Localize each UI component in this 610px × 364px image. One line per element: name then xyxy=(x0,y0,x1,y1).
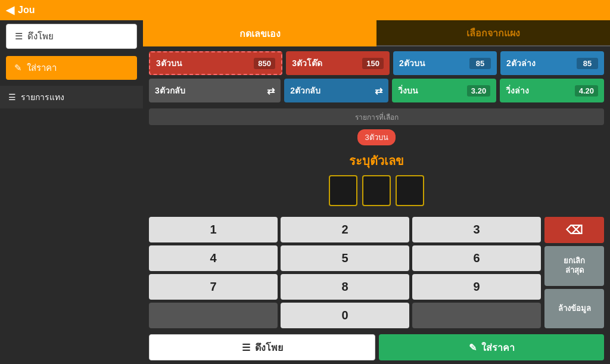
digit-box-1 xyxy=(329,175,357,206)
bet-3top[interactable]: 3ตัวบน 850 xyxy=(149,51,282,75)
num-2[interactable]: 2 xyxy=(281,217,409,242)
clear-btn[interactable]: ล้างข้อมูล xyxy=(544,289,604,328)
list-icon-section: ☰ xyxy=(8,92,16,102)
undo-label: ยกเลิกล่าสุด xyxy=(564,256,585,276)
num-8[interactable]: 8 xyxy=(281,274,409,300)
bet-2top[interactable]: 2ตัวบน 85 xyxy=(393,51,497,75)
numpad-actions: ⌫ ยกเลิกล่าสุด ล้างข้อมูล xyxy=(544,217,604,328)
bet-grid: 3ตัวบน 850 3ตัวโต๊ด 150 2ตัวบน 85 2ตัวล่… xyxy=(143,46,610,107)
shuffle-icon-2: ⇄ xyxy=(375,85,382,97)
bet-run-bot[interactable]: วิ่งล่าง 4.20 xyxy=(500,79,604,102)
num-0[interactable]: 0 xyxy=(281,303,409,328)
selected-bar: รายการที่เลือก xyxy=(149,108,604,125)
numpad-grid: 1 2 3 4 5 6 7 8 9 0 xyxy=(149,217,541,328)
bet-2flip[interactable]: 2ตัวกลับ ⇄ xyxy=(284,79,388,102)
num-1[interactable]: 1 xyxy=(149,217,278,242)
num-6[interactable]: 6 xyxy=(412,245,541,271)
tab-board[interactable]: เลือกจากแผง xyxy=(376,20,610,46)
pull-btn-bottom[interactable]: ☰ ดึงโพย xyxy=(149,334,375,360)
num-empty-right xyxy=(412,303,541,328)
digit-boxes xyxy=(329,175,424,206)
back-icon[interactable]: ◀ xyxy=(6,4,14,17)
digit-box-3 xyxy=(396,175,424,206)
digit-box-2 xyxy=(362,175,391,206)
price-btn-sidebar[interactable]: ✎ ใส่ราคา xyxy=(6,56,137,80)
delete-btn[interactable]: ⌫ xyxy=(544,217,604,243)
top-bar-title: Jou xyxy=(18,5,35,15)
bet-row-2: 3ตัวกลับ ⇄ 2ตัวกลับ ⇄ วิ่งบน 3.20 วิ่งล่… xyxy=(149,79,604,102)
number-section: ระบุตัวเลข xyxy=(143,148,610,214)
edit-icon-bottom: ✎ xyxy=(469,342,477,353)
shuffle-icon-1: ⇄ xyxy=(267,85,275,97)
sidebar: ☰ ดึงโพย ✎ ใส่ราคา ☰ รายการแทง xyxy=(0,20,143,364)
top-bar: ◀ Jou xyxy=(0,0,610,20)
bottom-bar: ☰ ดึงโพย ✎ ใส่ราคา xyxy=(143,331,610,364)
num-3[interactable]: 3 xyxy=(412,217,541,242)
edit-icon-sidebar: ✎ xyxy=(14,63,22,73)
num-empty-left xyxy=(149,303,278,328)
bet-3flip[interactable]: 3ตัวกลับ ⇄ xyxy=(149,79,281,102)
num-9[interactable]: 9 xyxy=(412,274,541,300)
num-5[interactable]: 5 xyxy=(281,245,409,271)
tabs: กดเลขเอง เลือกจากแผง xyxy=(143,20,610,46)
bet-run-top[interactable]: วิ่งบน 3.20 xyxy=(392,79,496,102)
bet-list-section: ☰ รายการแทง xyxy=(0,86,143,108)
delete-icon: ⌫ xyxy=(566,223,583,237)
pull-btn-sidebar[interactable]: ☰ ดึงโพย xyxy=(6,24,137,49)
chip-3top[interactable]: 3ตัวบน xyxy=(357,129,395,145)
num-4[interactable]: 4 xyxy=(149,245,278,271)
selected-chips: 3ตัวบน xyxy=(149,129,604,145)
numpad: 1 2 3 4 5 6 7 8 9 0 ⌫ ยกเลิกล่าสุด xyxy=(143,214,610,331)
num-7[interactable]: 7 xyxy=(149,274,278,300)
tab-keypad[interactable]: กดเลขเอง xyxy=(143,20,376,46)
content-area: กดเลขเอง เลือกจากแผง 3ตัวบน 850 3ตัวโต๊ด… xyxy=(143,20,610,364)
list-icon: ☰ xyxy=(15,31,23,42)
section-title: ระบุตัวเลข xyxy=(349,151,404,170)
bet-row-1: 3ตัวบน 850 3ตัวโต๊ด 150 2ตัวบน 85 2ตัวล่… xyxy=(149,51,604,75)
undo-btn[interactable]: ยกเลิกล่าสุด xyxy=(544,246,604,285)
bet-2bot[interactable]: 2ตัวล่าง 85 xyxy=(500,51,604,75)
list-icon-bottom: ☰ xyxy=(242,342,250,353)
bet-3tod[interactable]: 3ตัวโต๊ด 150 xyxy=(286,51,390,75)
price-btn-bottom[interactable]: ✎ ใส่ราคา xyxy=(379,334,604,360)
clear-label: ล้างข้อมูล xyxy=(558,302,591,315)
